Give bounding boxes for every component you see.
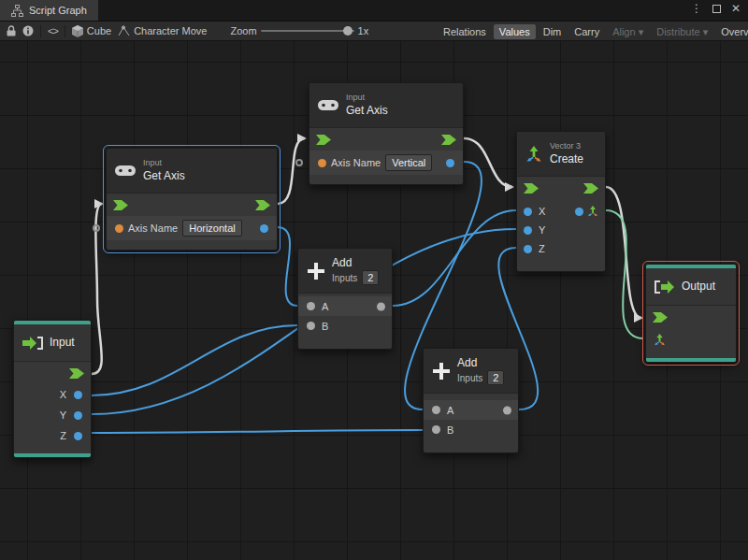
port-label: B [447,424,453,436]
dim-button[interactable]: Dim [538,24,568,39]
node-add-1[interactable]: Add Inputs 2 A B [297,248,393,350]
port-label: Axis Name [128,223,178,234]
port-a-icon[interactable] [307,302,315,310]
string-port-icon[interactable] [318,159,326,167]
node-graph-input[interactable]: Input X Y Z [13,320,92,458]
inputs-label: Inputs [457,373,482,383]
overview-button[interactable]: Overview [715,24,748,39]
plus-icon [432,362,451,381]
node-get-axis-vertical[interactable]: Input Get Axis Axis Name Vertical [309,82,464,185]
toolbar-separator [40,25,41,37]
lock-icon[interactable] [7,25,16,36]
port-x-out-icon[interactable] [74,391,82,399]
flow-in-port-icon[interactable] [113,200,128,210]
value-out-port-icon[interactable] [260,224,268,233]
vector-out-port-icon[interactable] [575,208,583,216]
vector3-type-icon[interactable] [654,334,666,346]
port-label: X [539,206,545,217]
node-title: Output [682,280,715,294]
inputs-count-field[interactable]: 2 [362,270,379,285]
wire-arrowhead [505,182,514,192]
accent-strip [14,453,91,457]
maximize-icon[interactable] [712,5,721,13]
port-label: A [447,405,453,416]
distribute-dropdown[interactable]: Distribute ▾ [651,24,713,40]
node-category: Input [346,93,388,103]
port-y-out-icon[interactable] [74,411,82,420]
edit-code-icon[interactable]: <> [48,25,58,36]
relations-button[interactable]: Relations [438,24,492,39]
tab-script-graph[interactable]: Script Graph [0,0,98,21]
unconnected-port-icon[interactable] [295,159,303,166]
port-b-icon[interactable] [432,425,440,434]
info-icon[interactable] [22,25,34,36]
port-x-icon[interactable] [524,208,532,216]
flow-in-port-icon[interactable] [316,135,331,145]
axis-name-field[interactable]: Horizontal [182,220,242,237]
wire-data-input-x-to-add1-b[interactable] [92,325,297,395]
zoom-value: 1x [358,25,369,36]
string-port-icon[interactable] [115,224,123,233]
port-z-icon[interactable] [524,245,532,253]
port-b-icon[interactable] [307,322,315,330]
node-vector3-create[interactable]: Vector 3 Create X [516,131,606,272]
plus-icon [307,262,325,280]
graph-output-icon [654,280,675,294]
graph-asset-icon [118,25,130,37]
port-label: B [322,321,328,332]
wire-data-getaxis-h-to-add1-a[interactable] [278,227,297,306]
port-label: Axis Name [331,157,381,168]
wire-flow-getaxis-h-to-getaxis-v[interactable] [278,138,305,204]
vector3-axes-icon [525,146,542,163]
sum-out-port-icon[interactable] [377,302,385,310]
port-label: Z [60,430,66,441]
align-dropdown[interactable]: Align ▾ [607,24,649,40]
kebab-menu-icon[interactable]: ⋮ [691,3,702,14]
values-button[interactable]: Values [494,24,536,39]
flow-in-port-icon[interactable] [653,312,668,323]
wire-arrowhead [634,313,643,323]
script-graph-icon [11,5,23,17]
breadcrumb-graph-name[interactable]: Character Move [118,25,207,37]
node-add-2[interactable]: Add Inputs 2 A B [423,348,519,453]
carry-button[interactable]: Carry [568,24,605,39]
port-y-icon[interactable] [524,226,532,235]
node-title: Create [550,152,583,166]
flow-out-port-icon[interactable] [255,200,270,210]
flow-in-port-icon[interactable] [524,183,539,194]
port-label: Z [539,243,545,254]
flow-out-port-icon[interactable] [583,183,598,194]
graph-input-icon [22,337,43,350]
node-graph-output[interactable]: Output [645,264,737,363]
unconnected-port-icon[interactable] [93,224,100,232]
port-a-icon[interactable] [432,406,440,414]
flow-out-port-icon[interactable] [69,368,84,379]
port-label: Y [539,224,545,236]
wire-data-input-z-to-add2-b[interactable] [92,430,423,433]
inputs-count-field[interactable]: 2 [487,370,504,385]
node-get-axis-horizontal[interactable]: Input Get Axis Axis Name Horizontal [106,148,278,251]
port-z-out-icon[interactable] [74,432,82,440]
value-out-port-icon[interactable] [446,159,454,167]
wire-data-add1-to-create-x[interactable] [393,210,516,306]
sum-out-port-icon[interactable] [503,406,511,414]
close-icon[interactable]: ✕ [731,3,741,14]
flow-out-port-icon[interactable] [441,135,456,145]
zoom-slider-handle[interactable] [343,26,352,36]
node-category: Input [143,158,185,168]
axis-name-field[interactable]: Vertical [385,154,432,171]
port-label: X [60,389,66,400]
graph-toolbar: <> Cube Character Move Zoom [0,21,748,41]
tab-bar: Script Graph ⋮ ✕ [0,0,748,21]
zoom-label: Zoom [230,25,256,36]
node-title: Input [50,336,75,350]
port-label: A [322,301,328,312]
vector3-type-icon [587,206,598,217]
zoom-slider[interactable] [261,30,354,32]
graph-canvas[interactable]: Input Get Axis Axis Name Vertical [0,41,748,560]
chevron-down-icon: ▾ [639,26,644,37]
toolbar-separator [65,25,65,37]
breadcrumb-target-cube[interactable]: Cube [72,25,111,37]
chevron-down-icon: ▾ [703,26,709,37]
port-label: Y [60,409,66,421]
